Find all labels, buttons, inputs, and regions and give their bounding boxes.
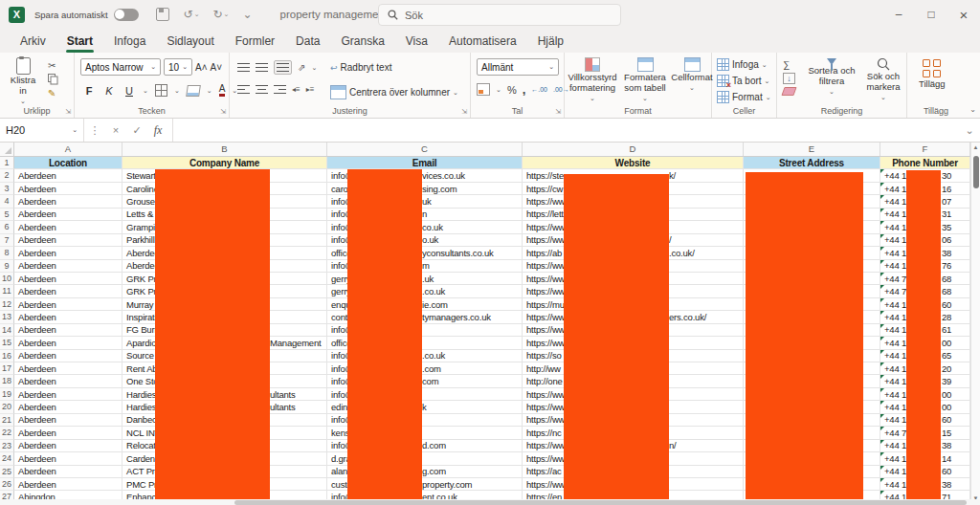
row-number[interactable]: 5 bbox=[0, 209, 14, 221]
borders-icon[interactable] bbox=[155, 84, 167, 97]
fill-icon[interactable]: ↓ bbox=[783, 73, 795, 84]
tab-hjälp[interactable]: Hjälp bbox=[527, 31, 574, 52]
location-cell[interactable]: Aberdeen bbox=[14, 311, 122, 323]
row-number[interactable]: 9 bbox=[0, 260, 14, 273]
save-icon[interactable] bbox=[156, 8, 169, 21]
search-input[interactable]: Sök bbox=[378, 4, 621, 26]
minimize-button[interactable]: – bbox=[882, 0, 915, 29]
location-cell[interactable]: Aberdeen bbox=[14, 350, 122, 362]
row-number[interactable]: 22 bbox=[0, 427, 14, 439]
decrease-font-icon[interactable]: A˅ bbox=[211, 62, 223, 73]
dialog-launcher-icon[interactable]: ⇲ bbox=[555, 108, 561, 116]
column-header-E[interactable]: E bbox=[744, 143, 880, 156]
name-box[interactable]: H20 ⌄ bbox=[0, 119, 84, 142]
row-number[interactable]: 25 bbox=[0, 466, 14, 478]
scroll-up-icon[interactable]: ▲ bbox=[971, 144, 980, 150]
insert-cells-button[interactable]: Infoga⌄ bbox=[717, 58, 768, 71]
formula-input[interactable] bbox=[172, 119, 959, 142]
location-cell[interactable]: Aberdeen bbox=[14, 247, 122, 259]
expand-formula-bar-icon[interactable]: ⌄ bbox=[959, 124, 980, 137]
row-number[interactable]: 1 bbox=[0, 157, 14, 169]
undo-button[interactable]: ↺⌄ bbox=[184, 8, 200, 21]
location-cell[interactable]: Aberdeen bbox=[14, 478, 122, 491]
cut-icon[interactable]: ✂ bbox=[48, 60, 58, 71]
insert-function-icon[interactable]: fx bbox=[147, 123, 168, 138]
comma-style-icon[interactable]: , bbox=[523, 82, 526, 97]
row-number[interactable]: 17 bbox=[0, 362, 14, 375]
location-cell[interactable]: Aberdeen bbox=[14, 195, 122, 208]
row-number[interactable]: 12 bbox=[0, 298, 14, 311]
decrease-indent-icon[interactable]: ◂≡ bbox=[292, 85, 301, 94]
horizontal-scrollbar[interactable] bbox=[0, 499, 980, 505]
align-middle-icon[interactable] bbox=[256, 63, 268, 72]
tab-automatisera[interactable]: Automatisera bbox=[438, 31, 527, 52]
vertical-scrollbar[interactable]: ▲ ▼ bbox=[970, 143, 980, 505]
column-header-F[interactable]: F bbox=[880, 143, 970, 156]
align-left-icon[interactable] bbox=[237, 85, 250, 94]
tab-start[interactable]: Start bbox=[56, 31, 103, 52]
horizontal-scrollbar-thumb[interactable] bbox=[234, 500, 967, 505]
select-all-corner[interactable] bbox=[0, 143, 14, 156]
location-cell[interactable]: Aberdeen bbox=[14, 375, 122, 387]
enter-icon[interactable]: ✓ bbox=[126, 124, 147, 137]
autosave-toggle[interactable] bbox=[114, 9, 139, 21]
delete-cells-button[interactable]: ×Ta bort⌄ bbox=[717, 75, 769, 87]
location-cell[interactable]: Aberdeen bbox=[14, 260, 122, 273]
header-cell[interactable]: Email bbox=[327, 157, 523, 169]
location-cell[interactable]: Aberdeen bbox=[14, 221, 122, 233]
format-painter-icon[interactable]: ✎ bbox=[48, 88, 58, 99]
clear-icon[interactable] bbox=[781, 87, 796, 96]
row-number[interactable]: 21 bbox=[0, 414, 14, 427]
dialog-launcher-icon[interactable]: ⇲ bbox=[65, 108, 71, 116]
row-number[interactable]: 7 bbox=[0, 234, 14, 247]
location-cell[interactable]: Aberdeen bbox=[14, 466, 122, 478]
align-top-icon[interactable] bbox=[237, 63, 250, 72]
header-cell[interactable]: Street Address bbox=[744, 157, 880, 169]
location-cell[interactable]: Aberdeen bbox=[14, 362, 122, 375]
column-header-C[interactable]: C bbox=[327, 143, 523, 156]
font-size-select[interactable]: 10⌄ bbox=[164, 58, 192, 76]
align-right-icon[interactable] bbox=[274, 85, 286, 94]
column-header-A[interactable]: A bbox=[14, 143, 122, 156]
maximize-button[interactable]: □ bbox=[915, 0, 947, 29]
location-cell[interactable]: Aberdeen bbox=[14, 234, 122, 247]
location-cell[interactable]: Aberdeen bbox=[14, 183, 122, 195]
location-cell[interactable]: Aberdeen bbox=[14, 285, 122, 297]
font-color-icon[interactable]: A bbox=[219, 84, 226, 97]
cancel-icon[interactable]: × bbox=[105, 124, 126, 136]
row-number[interactable]: 11 bbox=[0, 285, 14, 297]
bold-button[interactable]: F bbox=[82, 85, 96, 97]
row-number[interactable]: 10 bbox=[0, 273, 14, 285]
header-cell[interactable]: Phone Number bbox=[880, 157, 970, 169]
row-number[interactable]: 2 bbox=[0, 169, 14, 182]
fill-color-icon[interactable] bbox=[186, 85, 201, 97]
column-header-D[interactable]: D bbox=[523, 143, 744, 156]
sort-filter-button[interactable]: Sortera och filtrera ⌄ bbox=[804, 58, 859, 97]
location-cell[interactable]: Aberdeen bbox=[14, 440, 122, 452]
row-number[interactable]: 24 bbox=[0, 452, 14, 465]
paste-button[interactable]: Klistra in ⌄ bbox=[6, 57, 40, 106]
dialog-launcher-icon[interactable]: ⇲ bbox=[220, 108, 226, 116]
increase-font-icon[interactable]: A˄ bbox=[195, 62, 208, 73]
orientation-icon[interactable]: ⇗ bbox=[298, 62, 305, 73]
format-cells-button[interactable]: Format⌄ bbox=[717, 91, 771, 103]
header-cell[interactable]: Location bbox=[14, 157, 122, 169]
find-select-button[interactable]: Sök och markera ⌄ bbox=[861, 57, 905, 102]
accounting-format-icon[interactable] bbox=[477, 83, 490, 96]
row-number[interactable]: 6 bbox=[0, 221, 14, 233]
redo-button[interactable]: ↻⌄ bbox=[213, 8, 230, 21]
tab-sidlayout[interactable]: Sidlayout bbox=[156, 31, 224, 52]
location-cell[interactable]: Aberdeen bbox=[14, 337, 122, 349]
number-format-select[interactable]: Allmänt⌄ bbox=[477, 58, 559, 76]
tab-formler[interactable]: Formler bbox=[225, 31, 285, 52]
row-number[interactable]: 13 bbox=[0, 311, 14, 323]
cell-styles-button[interactable]: Cellformat ⌄ bbox=[672, 57, 712, 103]
font-name-select[interactable]: Aptos Narrow⌄ bbox=[80, 58, 161, 76]
row-number[interactable]: 8 bbox=[0, 247, 14, 259]
location-cell[interactable]: Aberdeen bbox=[14, 401, 122, 413]
increase-indent-icon[interactable]: ▸≡ bbox=[306, 85, 315, 94]
collapse-ribbon-icon[interactable]: ⌄ bbox=[969, 105, 976, 114]
row-number[interactable]: 3 bbox=[0, 183, 14, 195]
autosum-icon[interactable]: ∑ bbox=[783, 59, 795, 70]
vertical-scrollbar-thumb[interactable] bbox=[973, 156, 979, 188]
